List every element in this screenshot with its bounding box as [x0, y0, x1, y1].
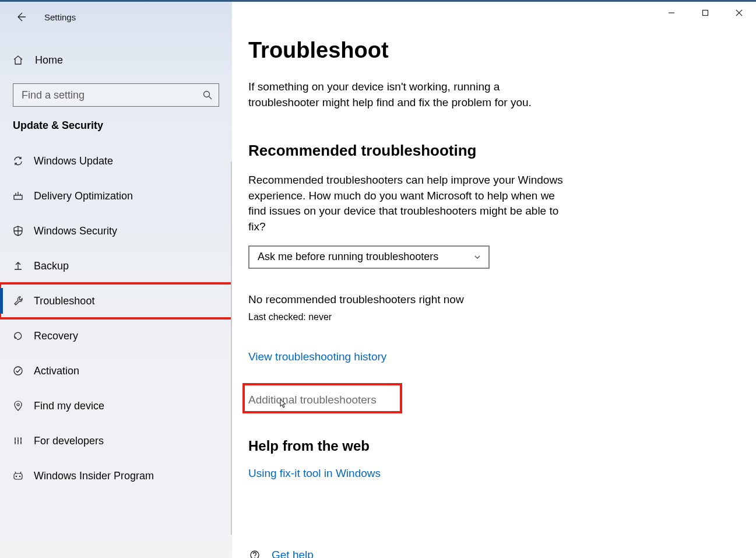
svg-point-0 — [204, 92, 210, 97]
nav-label: Backup — [34, 260, 69, 272]
home-icon — [12, 54, 24, 66]
svg-point-6 — [16, 476, 17, 478]
nav-label: Delivery Optimization — [34, 190, 133, 202]
page-intro: If something on your device isn't workin… — [248, 79, 563, 110]
nav-label: Find my device — [34, 400, 104, 412]
app-title: Settings — [44, 12, 76, 22]
search-icon — [202, 90, 213, 100]
nav-label: Recovery — [34, 330, 78, 342]
history-link[interactable]: View troubleshooting history — [248, 350, 386, 363]
svg-rect-5 — [14, 473, 22, 479]
svg-point-3 — [14, 367, 22, 375]
sync-icon — [12, 155, 24, 167]
nav-label: Windows Update — [34, 155, 113, 167]
svg-point-8 — [251, 551, 259, 558]
maximize-button[interactable] — [688, 2, 722, 24]
recovery-icon — [12, 329, 24, 342]
search-box[interactable] — [13, 83, 219, 107]
sidebar-nav: Windows Update Delivery Optimization Win… — [0, 143, 232, 493]
nav-label: For developers — [34, 435, 104, 447]
nav-label: Troubleshoot — [34, 295, 94, 307]
nav-recovery[interactable]: Recovery — [0, 318, 232, 353]
nav-label: Windows Insider Program — [34, 470, 154, 482]
nav-delivery-optimization[interactable]: Delivery Optimization — [0, 178, 232, 213]
nav-windows-update[interactable]: Windows Update — [0, 143, 232, 178]
chevron-down-icon — [473, 253, 481, 261]
close-button[interactable] — [722, 2, 756, 24]
home-label: Home — [35, 54, 63, 66]
page-title: Troubleshoot — [248, 38, 733, 63]
status-text: No recommended troubleshooters right now — [248, 293, 733, 306]
svg-rect-2 — [14, 195, 22, 199]
nav-troubleshoot[interactable]: Troubleshoot — [0, 283, 232, 318]
fixit-link[interactable]: Using fix-it tool in Windows — [248, 467, 381, 480]
nav-backup[interactable]: Backup — [0, 248, 232, 283]
nav-windows-security[interactable]: Windows Security — [0, 213, 232, 248]
developer-icon — [12, 434, 24, 447]
section-recommended-desc: Recommended troubleshooters can help imp… — [248, 173, 563, 234]
nav-label: Windows Security — [34, 225, 117, 237]
additional-link-label: Additional troubleshooters — [248, 394, 377, 406]
nav-for-developers[interactable]: For developers — [0, 423, 232, 458]
main-content: Troubleshoot If something on your device… — [232, 2, 756, 558]
home-nav[interactable]: Home — [0, 48, 232, 72]
svg-line-1 — [209, 97, 212, 100]
get-help-link[interactable]: Get help — [248, 549, 314, 558]
section-recommended-title: Recommended troubleshooting — [248, 142, 733, 160]
last-checked: Last checked: never — [248, 312, 733, 322]
check-circle-icon — [12, 364, 24, 377]
nav-label: Activation — [34, 365, 79, 377]
location-icon — [12, 399, 24, 412]
help-heading: Help from the web — [248, 438, 733, 454]
insider-icon — [12, 469, 24, 482]
help-icon — [248, 549, 261, 558]
window-controls — [655, 2, 756, 24]
cursor-icon — [279, 398, 288, 410]
backup-icon — [12, 259, 24, 272]
troubleshoot-preference-dropdown[interactable]: Ask me before running troubleshooters — [248, 245, 490, 269]
nav-activation[interactable]: Activation — [0, 353, 232, 388]
additional-troubleshooters-link[interactable]: Additional troubleshooters — [248, 394, 377, 406]
nav-find-my-device[interactable]: Find my device — [0, 388, 232, 423]
dropdown-value: Ask me before running troubleshooters — [258, 251, 438, 263]
svg-rect-11 — [703, 10, 708, 16]
svg-point-7 — [19, 476, 21, 478]
minimize-button[interactable] — [655, 2, 688, 24]
nav-windows-insider[interactable]: Windows Insider Program — [0, 458, 232, 493]
category-heading: Update & Security — [0, 107, 232, 132]
shield-icon — [12, 224, 24, 237]
wrench-icon — [12, 294, 24, 307]
search-input[interactable] — [20, 89, 202, 102]
back-button[interactable] — [9, 5, 33, 29]
svg-point-4 — [17, 403, 19, 406]
delivery-icon — [12, 189, 24, 202]
get-help-label: Get help — [272, 549, 314, 558]
